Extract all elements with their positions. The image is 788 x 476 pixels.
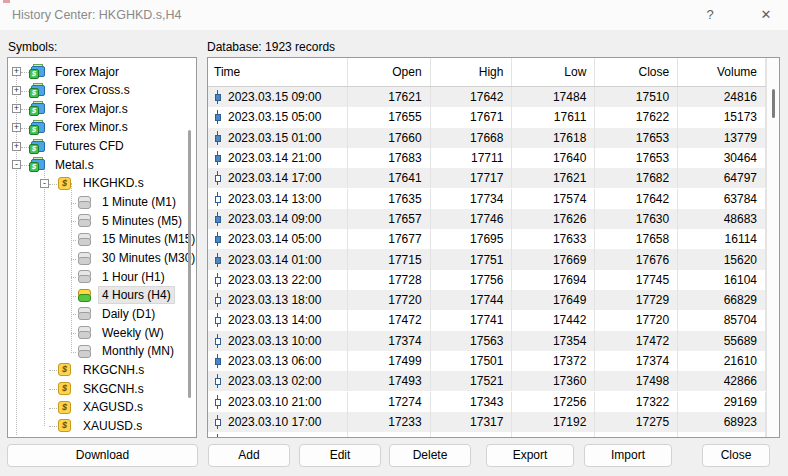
table-row[interactable]: 2023.03.13 10:00 17374 17563 17354 17472… <box>208 331 766 351</box>
tree-item[interactable]: $ SKGCNH.s <box>8 379 197 398</box>
tree-item[interactable]: - $ HKGHKD.s <box>8 174 197 193</box>
tree-item[interactable]: 1 Hour (H1) <box>8 267 197 286</box>
table-row[interactable]: 2023.03.10 21:00 17274 17343 17256 17322… <box>208 392 766 412</box>
import-button[interactable]: Import <box>584 444 672 467</box>
cell-high: 17642 <box>431 87 513 107</box>
table-row[interactable]: 2023.03.14 09:00 17657 17746 17626 17630… <box>208 209 766 229</box>
tree-item[interactable]: $ XAUUSD.s <box>8 416 197 435</box>
cell-open: 17657 <box>348 209 431 229</box>
tree-item-label: Daily (D1) <box>99 306 158 322</box>
cell-time: 2023.03.14 17:00 <box>228 171 321 185</box>
table-row[interactable]: 2023.03.14 21:00 17683 17711 17640 17653… <box>208 148 766 168</box>
table-row[interactable]: 2023.03.13 06:00 17499 17501 17372 17374… <box>208 351 766 371</box>
column-header-high[interactable]: High <box>431 58 513 86</box>
help-icon[interactable]: ? <box>698 4 722 26</box>
tree-item[interactable]: Monthly (MN) <box>8 342 197 361</box>
close-icon[interactable]: ✕ <box>754 4 778 26</box>
cell-close: 17275 <box>595 412 678 432</box>
tree-item[interactable]: 4 Hours (H4) <box>8 286 197 305</box>
tree-item[interactable]: Daily (D1) <box>8 304 197 323</box>
title-bar: History Center: HKGHKD.s,H4 ? ✕ <box>0 0 788 30</box>
expand-toggle-icon[interactable]: + <box>12 142 21 151</box>
cell-high: 17717 <box>431 168 513 188</box>
history-table: Time Open High Low Close Volume 2023.03.… <box>207 57 780 438</box>
column-header-time[interactable]: Time <box>208 58 348 86</box>
candle-icon <box>214 192 221 206</box>
tree-item[interactable]: + $ Forex Major <box>8 62 197 81</box>
cell-high: 17343 <box>431 392 513 412</box>
delete-button[interactable]: Delete <box>389 444 471 467</box>
expand-toggle-icon[interactable]: - <box>12 160 21 169</box>
edit-button[interactable]: Edit <box>299 444 381 467</box>
tree-item[interactable]: $ XAGUSD.s <box>8 398 197 417</box>
column-header-open[interactable]: Open <box>348 58 431 86</box>
tree-connector <box>49 425 57 427</box>
cell-time: 2023.03.10 21:00 <box>228 395 321 409</box>
cell-close: 17498 <box>595 371 678 391</box>
tree-item[interactable]: 1 Minute (M1) <box>8 193 197 212</box>
download-button[interactable]: Download <box>7 444 198 467</box>
table-scrollbar-track[interactable] <box>766 58 779 437</box>
tree-scrollbar-thumb[interactable] <box>188 130 191 398</box>
table-row[interactable]: 2023.03.13 18:00 17720 17744 17649 17729… <box>208 290 766 310</box>
tree-item-label: 1 Minute (M1) <box>99 194 179 210</box>
close-button[interactable]: Close <box>702 444 770 467</box>
tree-item-label: Weekly (W) <box>99 325 167 341</box>
candle-icon <box>214 232 221 246</box>
tree-item[interactable]: Weekly (W) <box>8 323 197 342</box>
table-row[interactable]: 2023.03.13 02:00 17493 17521 17360 17498… <box>208 371 766 391</box>
tree-item[interactable]: + $ Oil.s <box>8 435 197 438</box>
cell-close <box>595 432 678 437</box>
tree-item[interactable]: 15 Minutes (M15) <box>8 230 197 249</box>
cell-volume: 15173 <box>678 107 766 127</box>
tree-item[interactable]: + $ Futures CFD <box>8 137 197 156</box>
expand-toggle-icon[interactable]: + <box>12 86 21 95</box>
table-row[interactable]: 2023.03.10 17:00 17233 17317 17192 17275… <box>208 412 766 432</box>
tree-item-label: 5 Minutes (M5) <box>99 213 185 229</box>
expand-toggle-icon[interactable]: - <box>40 179 49 188</box>
table-row[interactable]: 2023.03.14 17:00 17641 17717 17621 17682… <box>208 168 766 188</box>
tree-item[interactable]: $ RKGCNH.s <box>8 360 197 379</box>
column-header-close[interactable]: Close <box>595 58 678 86</box>
table-row[interactable]: 2023.03.15 05:00 17655 17671 17611 17622… <box>208 107 766 127</box>
expand-toggle-icon[interactable]: + <box>12 67 21 76</box>
cell-high: 17563 <box>431 331 513 351</box>
cell-open: 17472 <box>348 310 431 330</box>
cell-time: 2023.03.15 05:00 <box>228 110 321 124</box>
tree-connector <box>21 146 29 148</box>
tree-item[interactable]: + $ Forex Minor.s <box>8 118 197 137</box>
table-row[interactable]: 2023.03.14 13:00 17635 17734 17574 17642… <box>208 189 766 209</box>
table-row[interactable]: 2023.03.13 22:00 17728 17756 17694 17745… <box>208 270 766 290</box>
tree-item-label: Oil.s <box>52 437 82 439</box>
cell-high: 17711 <box>431 148 513 168</box>
tree-item[interactable]: + $ Forex Cross.s <box>8 81 197 100</box>
expand-toggle-icon[interactable]: + <box>12 123 21 132</box>
candle-icon <box>214 212 221 226</box>
table-row[interactable]: 2023.03.13 14:00 17472 17741 17442 17720… <box>208 310 766 330</box>
column-header-low[interactable]: Low <box>512 58 595 86</box>
add-button[interactable]: Add <box>208 444 290 467</box>
candle-icon <box>214 434 221 437</box>
cell-high: 17756 <box>431 270 513 290</box>
candle-icon <box>214 151 221 165</box>
cell-high: 17501 <box>431 351 513 371</box>
table-row[interactable]: 2023.03.14 05:00 17677 17695 17633 17658… <box>208 229 766 249</box>
export-button[interactable]: Export <box>486 444 574 467</box>
tree-item[interactable]: 30 Minutes (M30) <box>8 249 197 268</box>
cell-close: 17682 <box>595 168 678 188</box>
column-header-volume[interactable]: Volume <box>678 58 766 86</box>
symbol-dollar-icon: $ <box>57 418 74 433</box>
tree-item[interactable]: 5 Minutes (M5) <box>8 211 197 230</box>
table-row[interactable]: 2023.03.15 09:00 17621 17642 17484 17510… <box>208 87 766 107</box>
table-scrollbar-thumb[interactable] <box>772 89 775 118</box>
tree-item-label: 30 Minutes (M30) <box>99 250 197 266</box>
timeframe-db-icon <box>76 269 93 284</box>
table-row-partial[interactable] <box>208 432 766 437</box>
table-row[interactable]: 2023.03.15 01:00 17660 17668 17618 17653… <box>208 128 766 148</box>
table-row[interactable]: 2023.03.14 01:00 17715 17751 17669 17676… <box>208 249 766 269</box>
expand-toggle-icon[interactable]: + <box>12 104 21 113</box>
symbol-dollar-icon: $ <box>57 381 74 396</box>
cell-close: 17322 <box>595 392 678 412</box>
tree-item[interactable]: - $ Metal.s <box>8 155 197 174</box>
tree-item[interactable]: + $ Forex Major.s <box>8 99 197 118</box>
